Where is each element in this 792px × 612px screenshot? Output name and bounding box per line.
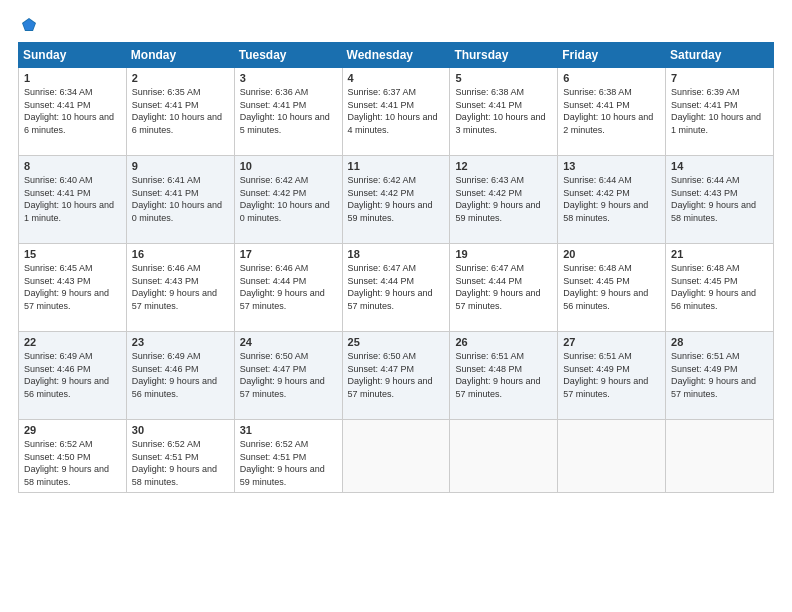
day-detail: Sunrise: 6:41 AM Sunset: 4:41 PM Dayligh… [132,174,229,224]
calendar-cell: 16 Sunrise: 6:46 AM Sunset: 4:43 PM Dayl… [126,244,234,332]
weekday-header-thursday: Thursday [450,43,558,68]
calendar-cell [342,420,450,493]
day-number: 31 [240,424,337,436]
day-number: 16 [132,248,229,260]
day-number: 11 [348,160,445,172]
calendar-cell: 19 Sunrise: 6:47 AM Sunset: 4:44 PM Dayl… [450,244,558,332]
day-detail: Sunrise: 6:49 AM Sunset: 4:46 PM Dayligh… [132,350,229,400]
day-number: 27 [563,336,660,348]
logo-flag-icon [20,16,38,34]
weekday-header-monday: Monday [126,43,234,68]
calendar-cell: 21 Sunrise: 6:48 AM Sunset: 4:45 PM Dayl… [666,244,774,332]
day-detail: Sunrise: 6:37 AM Sunset: 4:41 PM Dayligh… [348,86,445,136]
calendar-week-row: 1 Sunrise: 6:34 AM Sunset: 4:41 PM Dayli… [19,68,774,156]
calendar-cell: 29 Sunrise: 6:52 AM Sunset: 4:50 PM Dayl… [19,420,127,493]
day-detail: Sunrise: 6:46 AM Sunset: 4:43 PM Dayligh… [132,262,229,312]
calendar-cell [666,420,774,493]
day-detail: Sunrise: 6:38 AM Sunset: 4:41 PM Dayligh… [563,86,660,136]
calendar-cell: 8 Sunrise: 6:40 AM Sunset: 4:41 PM Dayli… [19,156,127,244]
day-detail: Sunrise: 6:52 AM Sunset: 4:51 PM Dayligh… [132,438,229,488]
day-number: 23 [132,336,229,348]
day-detail: Sunrise: 6:42 AM Sunset: 4:42 PM Dayligh… [240,174,337,224]
weekday-header-friday: Friday [558,43,666,68]
day-number: 2 [132,72,229,84]
day-detail: Sunrise: 6:38 AM Sunset: 4:41 PM Dayligh… [455,86,552,136]
day-detail: Sunrise: 6:35 AM Sunset: 4:41 PM Dayligh… [132,86,229,136]
day-detail: Sunrise: 6:44 AM Sunset: 4:43 PM Dayligh… [671,174,768,224]
day-number: 3 [240,72,337,84]
calendar-week-row: 29 Sunrise: 6:52 AM Sunset: 4:50 PM Dayl… [19,420,774,493]
day-detail: Sunrise: 6:51 AM Sunset: 4:48 PM Dayligh… [455,350,552,400]
calendar-week-row: 8 Sunrise: 6:40 AM Sunset: 4:41 PM Dayli… [19,156,774,244]
day-number: 17 [240,248,337,260]
calendar-cell: 5 Sunrise: 6:38 AM Sunset: 4:41 PM Dayli… [450,68,558,156]
calendar-cell: 28 Sunrise: 6:51 AM Sunset: 4:49 PM Dayl… [666,332,774,420]
calendar-week-row: 15 Sunrise: 6:45 AM Sunset: 4:43 PM Dayl… [19,244,774,332]
weekday-header-tuesday: Tuesday [234,43,342,68]
day-number: 5 [455,72,552,84]
calendar-cell: 20 Sunrise: 6:48 AM Sunset: 4:45 PM Dayl… [558,244,666,332]
day-detail: Sunrise: 6:47 AM Sunset: 4:44 PM Dayligh… [348,262,445,312]
day-number: 1 [24,72,121,84]
day-number: 29 [24,424,121,436]
day-number: 28 [671,336,768,348]
calendar-cell: 3 Sunrise: 6:36 AM Sunset: 4:41 PM Dayli… [234,68,342,156]
calendar-cell: 25 Sunrise: 6:50 AM Sunset: 4:47 PM Dayl… [342,332,450,420]
day-number: 24 [240,336,337,348]
day-detail: Sunrise: 6:40 AM Sunset: 4:41 PM Dayligh… [24,174,121,224]
calendar-cell: 4 Sunrise: 6:37 AM Sunset: 4:41 PM Dayli… [342,68,450,156]
calendar-cell: 18 Sunrise: 6:47 AM Sunset: 4:44 PM Dayl… [342,244,450,332]
day-detail: Sunrise: 6:36 AM Sunset: 4:41 PM Dayligh… [240,86,337,136]
calendar-cell: 24 Sunrise: 6:50 AM Sunset: 4:47 PM Dayl… [234,332,342,420]
day-number: 15 [24,248,121,260]
calendar-cell: 1 Sunrise: 6:34 AM Sunset: 4:41 PM Dayli… [19,68,127,156]
day-detail: Sunrise: 6:46 AM Sunset: 4:44 PM Dayligh… [240,262,337,312]
calendar-table: SundayMondayTuesdayWednesdayThursdayFrid… [18,42,774,493]
day-detail: Sunrise: 6:52 AM Sunset: 4:50 PM Dayligh… [24,438,121,488]
calendar-cell: 26 Sunrise: 6:51 AM Sunset: 4:48 PM Dayl… [450,332,558,420]
weekday-header-row: SundayMondayTuesdayWednesdayThursdayFrid… [19,43,774,68]
day-detail: Sunrise: 6:39 AM Sunset: 4:41 PM Dayligh… [671,86,768,136]
calendar-cell [450,420,558,493]
day-detail: Sunrise: 6:44 AM Sunset: 4:42 PM Dayligh… [563,174,660,224]
day-number: 21 [671,248,768,260]
logo [18,16,38,32]
day-number: 7 [671,72,768,84]
calendar-cell: 7 Sunrise: 6:39 AM Sunset: 4:41 PM Dayli… [666,68,774,156]
day-number: 6 [563,72,660,84]
calendar-cell: 2 Sunrise: 6:35 AM Sunset: 4:41 PM Dayli… [126,68,234,156]
day-detail: Sunrise: 6:49 AM Sunset: 4:46 PM Dayligh… [24,350,121,400]
calendar-cell [558,420,666,493]
day-detail: Sunrise: 6:45 AM Sunset: 4:43 PM Dayligh… [24,262,121,312]
day-detail: Sunrise: 6:43 AM Sunset: 4:42 PM Dayligh… [455,174,552,224]
day-detail: Sunrise: 6:47 AM Sunset: 4:44 PM Dayligh… [455,262,552,312]
calendar-cell: 22 Sunrise: 6:49 AM Sunset: 4:46 PM Dayl… [19,332,127,420]
day-number: 22 [24,336,121,348]
calendar-cell: 14 Sunrise: 6:44 AM Sunset: 4:43 PM Dayl… [666,156,774,244]
day-number: 19 [455,248,552,260]
calendar-cell: 12 Sunrise: 6:43 AM Sunset: 4:42 PM Dayl… [450,156,558,244]
day-detail: Sunrise: 6:42 AM Sunset: 4:42 PM Dayligh… [348,174,445,224]
day-number: 20 [563,248,660,260]
day-detail: Sunrise: 6:50 AM Sunset: 4:47 PM Dayligh… [240,350,337,400]
calendar-cell: 9 Sunrise: 6:41 AM Sunset: 4:41 PM Dayli… [126,156,234,244]
calendar-cell: 6 Sunrise: 6:38 AM Sunset: 4:41 PM Dayli… [558,68,666,156]
weekday-header-sunday: Sunday [19,43,127,68]
day-number: 4 [348,72,445,84]
day-number: 30 [132,424,229,436]
day-number: 18 [348,248,445,260]
calendar-cell: 15 Sunrise: 6:45 AM Sunset: 4:43 PM Dayl… [19,244,127,332]
calendar-week-row: 22 Sunrise: 6:49 AM Sunset: 4:46 PM Dayl… [19,332,774,420]
calendar-cell: 30 Sunrise: 6:52 AM Sunset: 4:51 PM Dayl… [126,420,234,493]
calendar-cell: 10 Sunrise: 6:42 AM Sunset: 4:42 PM Dayl… [234,156,342,244]
header [18,16,774,32]
day-number: 26 [455,336,552,348]
day-detail: Sunrise: 6:48 AM Sunset: 4:45 PM Dayligh… [671,262,768,312]
weekday-header-saturday: Saturday [666,43,774,68]
day-detail: Sunrise: 6:51 AM Sunset: 4:49 PM Dayligh… [563,350,660,400]
calendar-cell: 31 Sunrise: 6:52 AM Sunset: 4:51 PM Dayl… [234,420,342,493]
weekday-header-wednesday: Wednesday [342,43,450,68]
day-number: 13 [563,160,660,172]
day-detail: Sunrise: 6:52 AM Sunset: 4:51 PM Dayligh… [240,438,337,488]
day-number: 8 [24,160,121,172]
